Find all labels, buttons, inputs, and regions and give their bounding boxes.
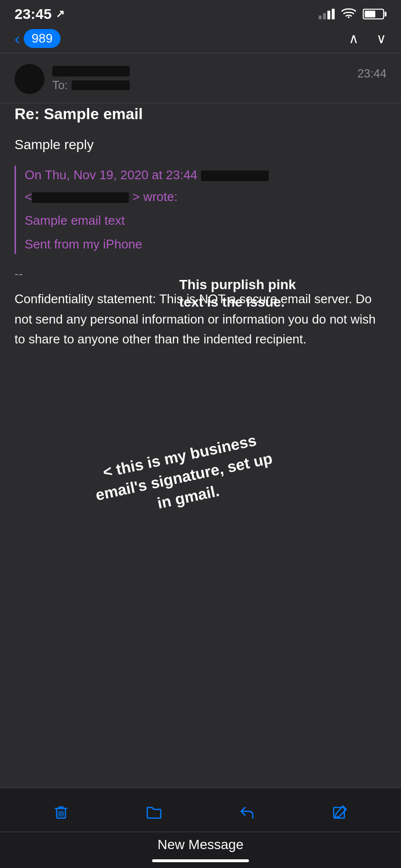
home-indicator-bar — [152, 859, 249, 862]
nav-arrows: ∧ ∨ — [349, 31, 386, 46]
up-arrow-button[interactable]: ∧ — [349, 31, 359, 46]
status-bar: 23:45 ↗ — [0, 0, 401, 26]
inbox-count-badge[interactable]: 989 — [24, 29, 60, 48]
new-message-bar[interactable]: New Message — [0, 832, 401, 855]
annotation-business-text: < this is my business email's signature,… — [94, 432, 274, 512]
archive-button[interactable] — [139, 800, 169, 824]
email-subject: Re: Sample email — [0, 103, 401, 128]
quoted-block: On Thu, Nov 19, 2020 at 23:44 < > wrote:… — [15, 166, 386, 254]
sender-name-block: To: — [52, 66, 130, 92]
new-message-label[interactable]: New Message — [157, 837, 243, 852]
quoted-wrote-line: < > wrote: — [25, 187, 386, 206]
nav-bar: ‹ 989 ∧ ∨ — [0, 26, 401, 53]
trash-icon — [52, 804, 70, 821]
status-time: 23:45 ↗ — [15, 6, 64, 22]
email-header: To: 23:44 — [0, 53, 401, 103]
quoted-date: On Thu, Nov 19, 2020 at 23:44 — [25, 168, 198, 182]
confidentiality-text: Confidentiality statement: This is NOT a… — [15, 289, 386, 350]
to-label: To: — [52, 78, 68, 92]
reply-text: Sample reply — [15, 135, 386, 155]
down-arrow-button[interactable]: ∨ — [376, 31, 386, 46]
signal-icon — [319, 9, 335, 19]
status-icons — [319, 7, 386, 21]
quoted-header: On Thu, Nov 19, 2020 at 23:44 — [25, 166, 386, 185]
back-button[interactable]: ‹ 989 — [15, 29, 61, 48]
bottom-toolbar: New Message — [0, 788, 401, 868]
compose-button[interactable] — [325, 800, 355, 824]
quoted-sender-redacted — [201, 170, 269, 181]
annotation-business-signature: < this is my business email's signature,… — [83, 426, 285, 528]
avatar — [15, 64, 45, 94]
wrote-suffix: > wrote: — [132, 189, 177, 204]
folder-icon — [145, 804, 163, 821]
email-body: Sample reply On Thu, Nov 19, 2020 at 23:… — [0, 128, 401, 359]
svg-point-0 — [348, 16, 350, 18]
reply-button[interactable] — [232, 800, 262, 824]
quoted-email-redacted — [32, 192, 129, 203]
home-indicator — [0, 855, 401, 868]
delete-button[interactable] — [46, 800, 76, 824]
wifi-icon — [341, 7, 356, 21]
battery-icon — [363, 9, 386, 19]
email-timestamp: 23:44 — [357, 67, 386, 80]
sender-info: To: — [15, 64, 130, 94]
sender-to: To: — [52, 78, 130, 92]
recipient-redacted — [72, 80, 130, 90]
toolbar-icons — [0, 788, 401, 832]
reply-icon — [238, 804, 256, 821]
location-arrow-icon: ↗ — [56, 8, 64, 20]
quoted-signature: Sent from my iPhone — [25, 235, 386, 254]
sender-name-redacted — [52, 66, 130, 77]
compose-icon — [331, 804, 349, 821]
subject-text: Re: Sample email — [15, 105, 386, 123]
separator: -- — [15, 264, 386, 283]
quoted-body-text: Sample email text — [25, 211, 386, 230]
clock: 23:45 — [15, 6, 52, 22]
back-chevron-icon: ‹ — [15, 29, 20, 48]
